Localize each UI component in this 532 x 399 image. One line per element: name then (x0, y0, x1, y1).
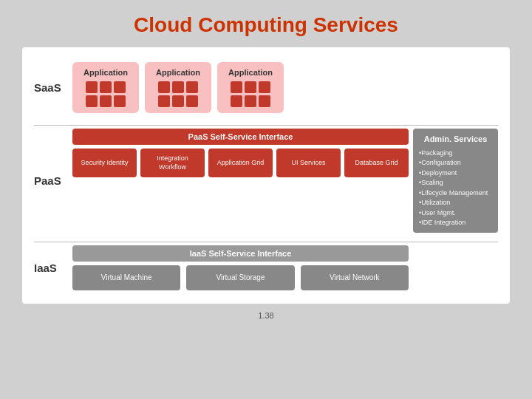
app-icon (158, 81, 170, 93)
paas-service-appgrid: Application Grid (208, 149, 273, 177)
paas-service-security: Security Identity (72, 149, 137, 177)
app-icons-grid-2 (158, 81, 198, 107)
app-icons-grid-1 (86, 81, 126, 107)
app-icon (259, 95, 270, 107)
app-icon (186, 81, 198, 93)
admin-item-0: •Packaging (419, 149, 492, 159)
saas-label: SaaS (34, 59, 72, 116)
paas-service-integration: Integration Workflow (140, 149, 205, 177)
app-icon (231, 81, 242, 93)
app-icon (100, 81, 112, 93)
admin-item-6: •User Mgmt. (419, 208, 492, 219)
app-icon (245, 95, 256, 107)
app-block-3: Application (217, 62, 284, 113)
app-icon (259, 81, 270, 93)
paas-service-ui: UI Services (276, 149, 341, 177)
admin-item-1: •Configuration (419, 158, 492, 168)
paas-services: Security Identity Integration Workflow A… (72, 149, 409, 177)
iaas-service-vm: Virtual Machine (72, 265, 180, 290)
page-title: Cloud Computing Services (134, 13, 398, 37)
paas-row: PaaS PaaS Self-Service Interface Securit… (34, 129, 498, 233)
app-icon (186, 95, 198, 107)
app-icon (172, 95, 184, 107)
admin-item-5: •Utilization (419, 198, 492, 208)
saas-content: Application Application (72, 59, 498, 116)
admin-box: Admin. Services •Packaging •Configuratio… (413, 129, 498, 233)
iaas-self-service: IaaS Self-Service Interface (72, 245, 409, 262)
diagram-container: SaaS Application Application (22, 47, 510, 304)
paas-label: PaaS (34, 129, 72, 233)
iaas-row: IaaS IaaS Self-Service Interface Virtual… (34, 245, 498, 290)
app-block-2-label: Application (156, 68, 200, 77)
divider-2 (34, 242, 498, 242)
admin-item-2: •Deployment (419, 168, 492, 179)
app-block-1: Application (72, 62, 139, 113)
divider-1 (34, 125, 498, 126)
app-icon (86, 95, 98, 107)
paas-service-database: Database Grid (344, 149, 409, 177)
app-block-2: Application (145, 62, 211, 113)
app-icon (231, 95, 242, 107)
app-icon (172, 81, 184, 93)
app-icon (114, 95, 126, 107)
page-number: 1.38 (258, 311, 273, 320)
app-icon (100, 95, 112, 107)
app-icon (245, 81, 256, 93)
admin-title: Admin. Services (419, 133, 492, 146)
saas-row: SaaS Application Application (34, 59, 498, 116)
iaas-service-network: Virtual Network (301, 265, 409, 290)
paas-main: PaaS Self-Service Interface Security Ide… (72, 129, 409, 233)
admin-item-7: •IDE Integration (419, 218, 492, 228)
app-icon (86, 81, 98, 93)
app-icons-grid-3 (231, 81, 270, 107)
saas-apps: Application Application (72, 59, 498, 116)
iaas-service-storage: Virtual Storage (186, 265, 294, 290)
paas-outer: PaaS Self-Service Interface Security Ide… (72, 129, 498, 233)
iaas-label: IaaS (34, 245, 72, 290)
paas-content: PaaS Self-Service Interface Security Ide… (72, 129, 498, 233)
admin-items: •Packaging •Configuration •Deployment •S… (419, 149, 492, 228)
iaas-services: Virtual Machine Virtual Storage Virtual … (72, 265, 409, 290)
app-block-1-label: Application (83, 68, 128, 77)
paas-self-service: PaaS Self-Service Interface (72, 129, 409, 145)
iaas-content: IaaS Self-Service Interface Virtual Mach… (72, 245, 498, 290)
app-icon (158, 95, 170, 107)
admin-item-4: •Lifecycle Management (419, 188, 492, 199)
admin-item-3: •Scaling (419, 178, 492, 188)
app-block-3-label: Application (228, 68, 273, 77)
app-icon (114, 81, 126, 93)
